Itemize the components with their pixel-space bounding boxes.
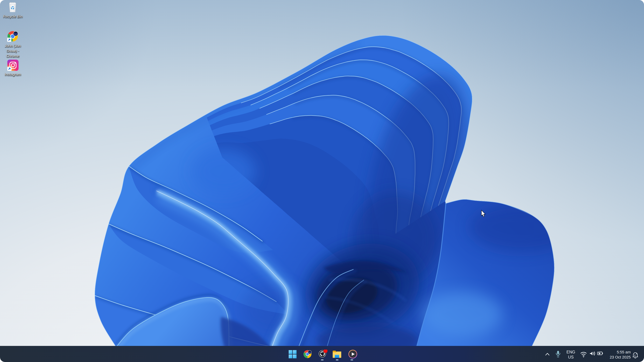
svg-text:US: US (568, 355, 574, 359)
svg-text:ENG: ENG (566, 350, 575, 354)
svg-text:z: z (634, 354, 636, 357)
svg-text:z: z (636, 352, 637, 355)
